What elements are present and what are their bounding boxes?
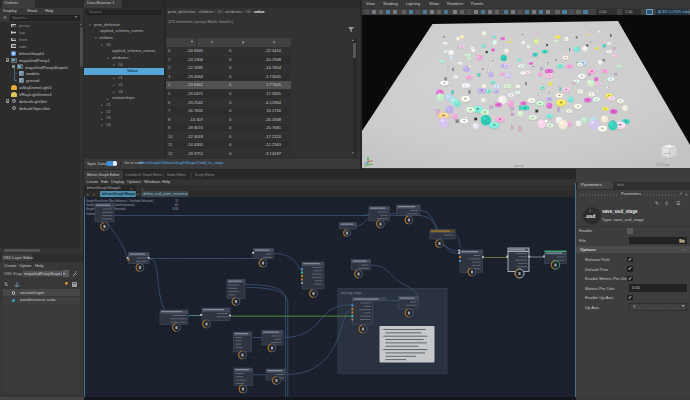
svg-text:3/16: 3/16 [173, 207, 179, 211]
svg-text:12.5 fps: 12.5 fps [656, 163, 670, 167]
svg-text:persp: persp [514, 164, 524, 168]
svg-text:FRONT: FRONT [663, 152, 671, 154]
svg-text:usd_map_range: usd_map_range [341, 291, 362, 295]
